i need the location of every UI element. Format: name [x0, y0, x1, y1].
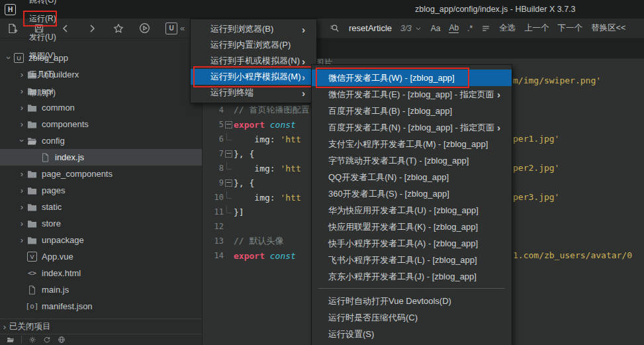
menu-item-label: 百度开发者工具(N) - [zblog_app] - 指定页面: [312, 122, 497, 134]
navigate-forward-icon[interactable]: [86, 23, 97, 34]
new-file-icon[interactable]: [7, 23, 18, 34]
menu-item-0[interactable]: 运行到浏览器(B): [191, 21, 316, 37]
line-number: 6: [202, 134, 224, 144]
folder-open-icon[interactable]: [7, 336, 15, 344]
tree-item-index.js[interactable]: index.js: [0, 149, 202, 166]
menu-item-5[interactable]: 字节跳动开发者工具(T) - [zblog_app]: [312, 152, 512, 169]
menubar-item-7[interactable]: 视图(V): [26, 46, 59, 65]
submenu-arrow-icon: [302, 24, 316, 35]
find-action-2[interactable]: 下一个: [558, 23, 583, 34]
fold-collapse-icon[interactable]: [224, 179, 234, 187]
menu-item-16[interactable]: 运行设置(S): [312, 326, 512, 342]
run-icon[interactable]: [139, 23, 150, 34]
menu-item-10[interactable]: 快手小程序开发者工具(A) - [zblog_app]: [312, 235, 512, 252]
menu-item-3[interactable]: 运行到小程序模拟器(M): [191, 69, 316, 85]
chevron-right-icon[interactable]: [17, 185, 26, 195]
code-fragment-1: m/img/swiper.png': [513, 74, 601, 88]
menu-item-15[interactable]: 运行时是否压缩代码(C): [312, 309, 512, 326]
find-in-selection-icon[interactable]: [481, 23, 490, 34]
menu-item-8[interactable]: 华为快应用开发者工具(U) - [zblog_app]: [312, 202, 512, 219]
line-number: 4: [202, 105, 224, 115]
menubar-item-4[interactable]: 跳转(G): [26, 0, 59, 9]
tree-item-components[interactable]: components: [0, 116, 202, 132]
code-fragment-2: per1.jpg': [513, 132, 559, 146]
match-count: 3/3: [400, 24, 412, 33]
gear-icon[interactable]: [28, 336, 36, 344]
code-line-text: // 首页轮播图配置: [234, 104, 309, 116]
fold-box-icon: [225, 121, 232, 128]
find-action-1[interactable]: 上一个: [524, 23, 549, 34]
tree-item-App.vue[interactable]: VApp.vue: [0, 248, 202, 265]
collapse-toolbar-icon[interactable]: «: [180, 23, 185, 33]
menu-item-4[interactable]: 运行到终端: [191, 85, 316, 101]
menubar-item-6[interactable]: 发行(U): [26, 28, 59, 46]
menu-item-9[interactable]: 快应用联盟开发者工具(K) - [zblog_app]: [312, 219, 512, 235]
tree-item-static[interactable]: static: [0, 199, 202, 215]
tree-item-store[interactable]: store: [0, 215, 202, 232]
line-number: 8: [202, 164, 224, 173]
chevron-down-icon[interactable]: [415, 23, 422, 34]
globe-icon[interactable]: [58, 336, 66, 344]
folder-open-icon: [26, 136, 38, 146]
tree-item-page_components[interactable]: page_components: [0, 166, 202, 182]
menu-item-4[interactable]: 支付宝小程序开发者工具(M) - [zblog_app]: [312, 136, 512, 152]
fold-collapse-icon[interactable]: [224, 150, 234, 158]
menubar-item-9[interactable]: 帮助(Y): [26, 83, 59, 102]
code-line-text: }, {: [234, 149, 254, 159]
menu-item-2[interactable]: 百度开发者工具(B) - [zblog_app]: [312, 103, 512, 119]
run-menu-dropdown: 运行到浏览器(B)运行到内置浏览器(P)运行到手机或模拟器(N)运行到小程序模拟…: [190, 19, 317, 103]
match-case-button[interactable]: Aa: [431, 24, 441, 33]
bookmark-star-icon[interactable]: [113, 23, 124, 34]
code-line-text: img: 'htt: [234, 134, 301, 144]
menu-item-14[interactable]: 运行时自动打开Vue Devtools(D): [312, 293, 512, 309]
vue-icon: V: [26, 252, 38, 262]
menu-item-1[interactable]: 运行到内置浏览器(P): [191, 37, 316, 53]
menu-item-label: 微信开发者工具(W) - [zblog_app]: [312, 72, 512, 84]
chevron-right-icon[interactable]: [17, 119, 26, 129]
chevron-right-icon[interactable]: [17, 103, 26, 113]
chevron-right-icon[interactable]: [17, 235, 26, 245]
fold-collapse-icon[interactable]: [224, 121, 234, 128]
menu-item-7[interactable]: 360开发者工具(S) - [zblog_app]: [312, 185, 512, 202]
tree-item-main.js[interactable]: main.js: [0, 281, 202, 298]
refresh-icon[interactable]: [43, 336, 51, 344]
menu-item-3[interactable]: 百度开发者工具(N) - [zblog_app] - 指定页面: [312, 119, 512, 136]
code-line-text: }, {: [234, 178, 254, 188]
menu-item-6[interactable]: QQ开发者工具(N) - [zblog_app]: [312, 169, 512, 185]
explorer-footer-bar: [0, 334, 202, 345]
tree-item-unpackage[interactable]: unpackage: [0, 232, 202, 248]
search-input[interactable]: resetArticle: [349, 23, 392, 33]
menubar-item-8[interactable]: 工具(T): [26, 65, 59, 83]
folder-icon: [26, 103, 38, 113]
menu-item-0[interactable]: 微信开发者工具(W) - [zblog_app]: [312, 70, 512, 86]
menu-item-12[interactable]: 京东小程序开发者工具(J) - [zblog_app]: [312, 268, 512, 285]
find-actions: 全选上一个下一个替换区<<: [490, 23, 625, 34]
menu-item-1[interactable]: 微信开发者工具(E) - [zblog_app] - 指定页面: [312, 86, 512, 103]
hbuilderx-logo-icon[interactable]: U: [165, 23, 177, 34]
find-action-3[interactable]: 替换区<<: [591, 23, 625, 34]
menubar-item-5[interactable]: 运行(R): [26, 9, 59, 28]
closed-projects-section[interactable]: 已关闭项目: [0, 319, 202, 334]
menu-item-11[interactable]: 飞书小程序开发者工具(L) - [zblog_app]: [312, 252, 512, 268]
menu-item-2[interactable]: 运行到手机或模拟器(N): [191, 53, 316, 69]
find-action-0[interactable]: 全选: [499, 23, 516, 34]
line-number: 9: [202, 178, 224, 187]
chevron-right-icon[interactable]: [17, 202, 26, 212]
file-icon: [40, 152, 51, 163]
code-token: 'htt: [280, 134, 300, 144]
window-title: zblog_app/config/index.js - HBuilder X 3…: [415, 0, 576, 19]
code-fragment-5: 1.com/zb_users/avatar/0: [513, 248, 632, 263]
regex-button[interactable]: .*: [467, 24, 473, 33]
tree-item-manifest.json[interactable]: [o]manifest.json: [0, 298, 202, 315]
tree-item-pages[interactable]: pages: [0, 182, 202, 199]
find-widget: resetArticle 3/3 Aa Ab .* 全选上一个下一个替换区<<: [329, 19, 625, 38]
chevron-down-icon[interactable]: [4, 53, 13, 63]
chevron-right-icon[interactable]: [17, 219, 26, 228]
code-token: const: [270, 251, 296, 261]
menu-item-label: 运行到内置浏览器(P): [191, 39, 316, 51]
tree-item-index.html[interactable]: <>index.html: [0, 265, 202, 281]
chevron-right-icon[interactable]: [17, 169, 26, 179]
whole-word-button[interactable]: Ab: [449, 23, 459, 33]
tree-item-config[interactable]: config: [0, 132, 202, 149]
chevron-down-icon[interactable]: [17, 136, 26, 146]
